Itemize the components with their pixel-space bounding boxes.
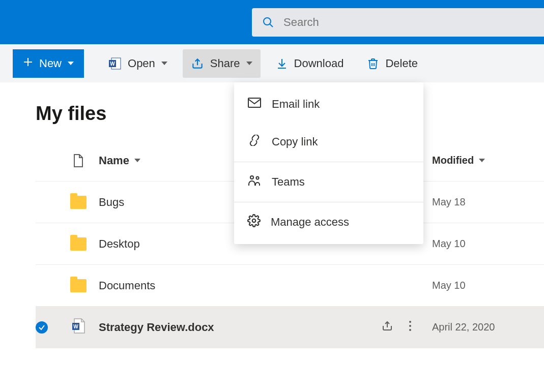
word-icon: W (108, 57, 122, 70)
chevron-down-icon (161, 62, 167, 65)
svg-point-16 (256, 177, 259, 179)
file-name[interactable]: Strategy Review.docx (99, 321, 361, 334)
svg-rect-14 (248, 98, 261, 107)
share-button[interactable]: Share (183, 49, 261, 78)
delete-button[interactable]: Delete (359, 49, 426, 78)
menu-separator (234, 162, 423, 162)
gear-icon (247, 214, 261, 230)
menu-item-email-link[interactable]: Email link (234, 85, 423, 123)
new-label: New (39, 57, 62, 70)
menu-separator (234, 202, 423, 202)
search-input[interactable] (283, 16, 534, 29)
svg-point-13 (409, 329, 411, 331)
file-modified: May 18 (432, 196, 544, 208)
plus-icon (23, 57, 33, 70)
share-label: Share (210, 57, 240, 70)
search-icon (262, 16, 274, 28)
share-dropdown-menu: Email link Copy link Teams Manage access (234, 82, 423, 244)
svg-text:W: W (110, 61, 115, 67)
svg-line-1 (270, 24, 273, 27)
open-button[interactable]: W Open (100, 49, 176, 78)
open-label: Open (128, 57, 155, 70)
chevron-down-icon (479, 159, 485, 162)
mail-icon (247, 97, 262, 111)
file-name[interactable]: Documents (99, 279, 361, 292)
download-button[interactable]: Download (268, 49, 352, 78)
menu-item-teams[interactable]: Teams (234, 163, 423, 201)
download-label: Download (294, 57, 344, 70)
chevron-down-icon (134, 159, 140, 162)
chevron-down-icon (68, 62, 74, 65)
link-icon (247, 135, 262, 149)
search-box[interactable] (252, 8, 544, 37)
share-icon (191, 57, 204, 70)
svg-point-11 (409, 321, 411, 323)
folder-icon (70, 279, 87, 292)
download-icon (276, 57, 288, 70)
row-more-icon[interactable] (409, 320, 412, 335)
row-share-icon[interactable] (381, 320, 393, 335)
delete-label: Delete (385, 57, 418, 70)
teams-icon (247, 174, 262, 190)
table-row[interactable]: W Strategy Review.docx April 22, 2020 (36, 307, 544, 348)
selected-check-icon[interactable] (36, 321, 48, 334)
modified-column-header[interactable]: Modified (432, 155, 544, 166)
word-file-icon: W (71, 318, 85, 337)
folder-icon (70, 237, 87, 251)
svg-point-12 (409, 325, 411, 327)
svg-point-15 (250, 176, 253, 179)
menu-item-copy-link[interactable]: Copy link (234, 123, 423, 161)
filetype-column-icon[interactable] (58, 154, 99, 168)
new-button[interactable]: New (13, 49, 84, 78)
app-header (0, 0, 544, 44)
chevron-down-icon (246, 62, 252, 65)
table-row[interactable]: Documents May 10 (36, 265, 544, 307)
svg-point-0 (264, 18, 271, 25)
svg-text:W: W (73, 324, 78, 329)
toolbar: New W Open Share Download Delete (0, 44, 544, 82)
folder-icon (70, 196, 87, 209)
svg-point-17 (252, 219, 256, 223)
file-modified: April 22, 2020 (432, 321, 544, 333)
file-modified: May 10 (432, 280, 544, 291)
trash-icon (367, 57, 379, 70)
file-modified: May 10 (432, 238, 544, 250)
menu-item-manage-access[interactable]: Manage access (234, 203, 423, 241)
